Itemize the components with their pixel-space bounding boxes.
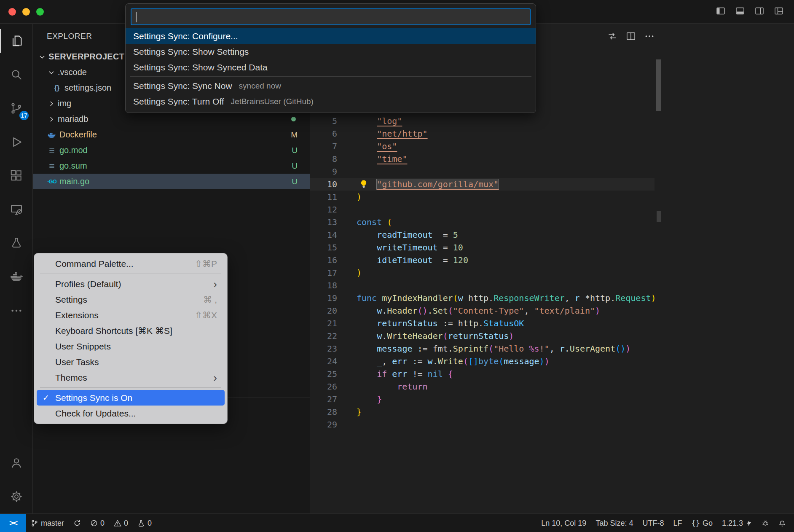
- code-line-14[interactable]: 14 readTimeout = 5: [310, 228, 655, 241]
- code-line-21[interactable]: 21 returnStatus := http.StatusOK: [310, 317, 655, 330]
- split-editor-icon[interactable]: [625, 31, 636, 44]
- close-button[interactable]: [8, 8, 16, 16]
- status-debug-status[interactable]: [757, 514, 774, 532]
- menu-item-label: Settings: [55, 295, 195, 305]
- remote-indicator[interactable]: ><: [0, 514, 26, 532]
- palette-item-detail: JetBrainsUser (GitHub): [231, 97, 314, 106]
- menu-item-keyboard-shortcuts-k-s[interactable]: Keyboard Shortcuts [⌘K ⌘S]: [37, 323, 225, 339]
- status-label: 0: [148, 519, 152, 528]
- command-palette-input[interactable]: [131, 8, 531, 25]
- menu-item-profiles-default[interactable]: Profiles (Default)›: [37, 276, 225, 292]
- file-row-Dockerfile[interactable]: DockerfileM: [33, 127, 310, 142]
- code-line-19[interactable]: 19func myIndexHandler(w http.ResponseWri…: [310, 292, 655, 304]
- status-test-count[interactable]: 0: [133, 514, 156, 532]
- toggle-sidebar-left-icon[interactable]: [716, 6, 726, 16]
- chevron-right-icon: [47, 100, 56, 107]
- status-encoding[interactable]: UTF-8: [638, 514, 668, 532]
- code-line-25[interactable]: 25 if err != nil {: [310, 368, 655, 380]
- status-git-branch[interactable]: master: [26, 514, 69, 532]
- code-line-22[interactable]: 22 w.WriteHeader(returnStatus): [310, 330, 655, 342]
- file-row-go-sum[interactable]: go.sumU: [33, 158, 310, 174]
- palette-item[interactable]: Settings Sync: Configure...: [126, 28, 536, 44]
- code-line-16[interactable]: 16 idleTimeout = 120: [310, 254, 655, 266]
- run-debug-icon[interactable]: [0, 125, 33, 159]
- code-line-11[interactable]: 11): [310, 191, 655, 203]
- file-row-go-mod[interactable]: go.modU: [33, 142, 310, 158]
- code-line-28[interactable]: 28}: [310, 406, 655, 418]
- code-line-27[interactable]: 27 }: [310, 393, 655, 406]
- status-label: 0: [124, 519, 128, 528]
- account-icon[interactable]: [0, 446, 33, 480]
- status-go-version[interactable]: 1.21.3: [717, 514, 757, 532]
- menu-item-command-palette[interactable]: Command Palette...⇧⌘P: [37, 256, 225, 271]
- lightbulb-icon[interactable]: [359, 180, 368, 191]
- code-line-15[interactable]: 15 writeTimeout = 10: [310, 241, 655, 254]
- status-cursor-position[interactable]: Ln 10, Col 19: [536, 514, 591, 532]
- code-line-7[interactable]: 7 "os": [310, 140, 655, 153]
- status-indentation[interactable]: Tab Size: 4: [591, 514, 638, 532]
- source-control-icon[interactable]: 17: [0, 91, 33, 125]
- code-line-17[interactable]: 17): [310, 266, 655, 279]
- extensions-icon[interactable]: [0, 159, 33, 193]
- status-sync-changes[interactable]: [69, 514, 86, 532]
- customize-layout-icon[interactable]: [774, 6, 784, 16]
- open-changes-icon[interactable]: [607, 31, 618, 44]
- search-icon[interactable]: [0, 58, 33, 91]
- code-line-26[interactable]: 26 return: [310, 380, 655, 393]
- folder-row-mariadb[interactable]: mariadb: [33, 111, 310, 127]
- code-line-13[interactable]: 13const (: [310, 216, 655, 228]
- code-line-8[interactable]: 8 "time": [310, 153, 655, 165]
- code-text: if err != nil {: [357, 369, 453, 379]
- code-line-20[interactable]: 20 w.Header().Set("Content-Type", "text/…: [310, 304, 655, 317]
- code-line-10[interactable]: 10 "github.com/gorilla/mux": [310, 178, 655, 191]
- line-number: 10: [310, 179, 357, 189]
- menu-item-settings[interactable]: Settings⌘ ,: [37, 292, 225, 307]
- status-notifications[interactable]: [774, 514, 791, 532]
- code-line-24[interactable]: 24 _, err := w.Write([]byte(message)): [310, 355, 655, 368]
- code-line-18[interactable]: 18: [310, 279, 655, 292]
- code-text: "github.com/gorilla/mux": [357, 179, 499, 189]
- toggle-sidebar-right-icon[interactable]: [754, 6, 764, 16]
- code-text: func myIndexHandler(w http.ResponseWrite…: [357, 293, 655, 303]
- submenu-arrow-icon: ›: [213, 373, 217, 382]
- file-label: .vscode: [58, 67, 87, 77]
- code-line-29[interactable]: 29: [310, 418, 655, 431]
- menu-item-extensions[interactable]: Extensions⇧⌘X: [37, 307, 225, 323]
- palette-item[interactable]: Settings Sync: Turn OffJetBrainsUser (Gi…: [126, 94, 536, 109]
- code-line-9[interactable]: 9: [310, 165, 655, 178]
- scrollbar-thumb[interactable]: [656, 59, 661, 111]
- status-warning-count[interactable]: 0: [109, 514, 133, 532]
- minimize-button[interactable]: [22, 8, 30, 16]
- remote-explorer-icon[interactable]: [0, 193, 33, 226]
- menu-item-user-tasks[interactable]: User Tasks: [37, 354, 225, 370]
- docker-icon[interactable]: [0, 260, 33, 294]
- palette-item[interactable]: Settings Sync: Show Synced Data: [126, 59, 536, 75]
- palette-item-label: Settings Sync: Turn Off: [133, 97, 224, 107]
- file-row-main-go[interactable]: -GOmain.goU: [33, 174, 310, 189]
- toggle-panel-icon[interactable]: [735, 6, 745, 16]
- explorer-view-icon[interactable]: [0, 24, 33, 58]
- status-language-mode[interactable]: {}Go: [687, 514, 717, 532]
- code-line-23[interactable]: 23 message := fmt.Sprintf("Hello %s!", r…: [310, 342, 655, 355]
- zoom-button[interactable]: [36, 8, 44, 16]
- code-editor[interactable]: 5 "log"6 "net/http"7 "os"8 "time"910 "gi…: [310, 115, 655, 431]
- code-line-12[interactable]: 12: [310, 203, 655, 216]
- menu-item-user-snippets[interactable]: User Snippets: [37, 339, 225, 354]
- file-label: settings.json: [64, 83, 111, 93]
- git-status-badge: U: [292, 146, 298, 155]
- menu-item-settings-sync-is-on[interactable]: ✓Settings Sync is On: [37, 390, 225, 406]
- status-error-count[interactable]: 0: [86, 514, 109, 532]
- status-eol[interactable]: LF: [668, 514, 687, 532]
- palette-item[interactable]: Settings Sync: Sync Nowsynced now: [126, 78, 536, 94]
- more-views-icon[interactable]: [0, 294, 33, 328]
- vscode-window: 17 EXPLORER SERVERPROJECT .vscode{}setti…: [0, 0, 794, 532]
- testing-icon[interactable]: [0, 226, 33, 260]
- menu-item-themes[interactable]: Themes›: [37, 370, 225, 385]
- code-line-5[interactable]: 5 "log": [310, 115, 655, 127]
- menu-item-check-for-updates[interactable]: Check for Updates...: [37, 406, 225, 421]
- root-label: SERVERPROJECT: [48, 52, 124, 62]
- settings-gear-icon[interactable]: [0, 480, 33, 513]
- code-line-6[interactable]: 6 "net/http": [310, 127, 655, 140]
- editor-more-actions-icon[interactable]: [644, 31, 655, 44]
- palette-item[interactable]: Settings Sync: Show Settings: [126, 44, 536, 59]
